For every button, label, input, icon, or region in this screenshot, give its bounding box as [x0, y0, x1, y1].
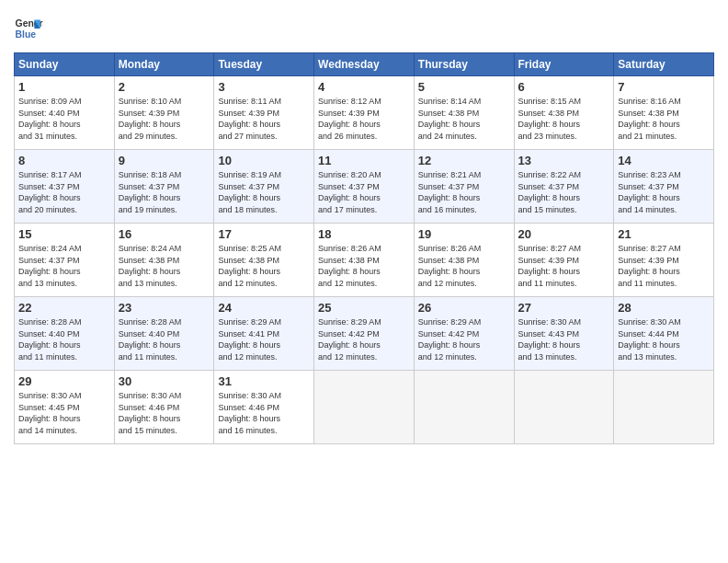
calendar-cell: 28Sunrise: 8:30 AMSunset: 4:44 PMDayligh…: [614, 297, 714, 371]
weekday-header-row: SundayMondayTuesdayWednesdayThursdayFrid…: [15, 53, 714, 76]
calendar-row: 29Sunrise: 8:30 AMSunset: 4:45 PMDayligh…: [15, 371, 714, 444]
svg-text:Blue: Blue: [16, 29, 37, 40]
calendar-cell: 4Sunrise: 8:12 AMSunset: 4:39 PMDaylight…: [314, 76, 415, 150]
calendar-cell: 27Sunrise: 8:30 AMSunset: 4:43 PMDayligh…: [514, 297, 614, 371]
calendar-cell: 1Sunrise: 8:09 AMSunset: 4:40 PMDaylight…: [15, 76, 115, 150]
calendar-row: 8Sunrise: 8:17 AMSunset: 4:37 PMDaylight…: [15, 150, 714, 224]
calendar-cell: [414, 371, 514, 444]
calendar-cell: 11Sunrise: 8:20 AMSunset: 4:37 PMDayligh…: [314, 150, 415, 224]
calendar-cell: 2Sunrise: 8:10 AMSunset: 4:39 PMDaylight…: [114, 76, 214, 150]
calendar-cell: [614, 371, 714, 444]
calendar-row: 1Sunrise: 8:09 AMSunset: 4:40 PMDaylight…: [15, 76, 714, 150]
calendar-cell: 8Sunrise: 8:17 AMSunset: 4:37 PMDaylight…: [15, 150, 115, 224]
calendar-cell: 5Sunrise: 8:14 AMSunset: 4:38 PMDaylight…: [414, 76, 514, 150]
calendar-cell: 21Sunrise: 8:27 AMSunset: 4:39 PMDayligh…: [614, 224, 714, 297]
weekday-header: Thursday: [414, 53, 514, 76]
calendar-cell: [514, 371, 614, 444]
weekday-header: Wednesday: [314, 53, 415, 76]
calendar-cell: 19Sunrise: 8:26 AMSunset: 4:38 PMDayligh…: [414, 224, 514, 297]
calendar-cell: 25Sunrise: 8:29 AMSunset: 4:42 PMDayligh…: [314, 297, 415, 371]
calendar-cell: 14Sunrise: 8:23 AMSunset: 4:37 PMDayligh…: [614, 150, 714, 224]
calendar-cell: 18Sunrise: 8:26 AMSunset: 4:38 PMDayligh…: [314, 224, 415, 297]
calendar-body: 1Sunrise: 8:09 AMSunset: 4:40 PMDaylight…: [15, 76, 714, 444]
page-header: General Blue: [14, 14, 714, 43]
calendar-table: SundayMondayTuesdayWednesdayThursdayFrid…: [14, 52, 714, 444]
calendar-cell: 10Sunrise: 8:19 AMSunset: 4:37 PMDayligh…: [214, 150, 314, 224]
calendar-row: 15Sunrise: 8:24 AMSunset: 4:37 PMDayligh…: [15, 224, 714, 297]
calendar-cell: 13Sunrise: 8:22 AMSunset: 4:37 PMDayligh…: [514, 150, 614, 224]
calendar-cell: 24Sunrise: 8:29 AMSunset: 4:41 PMDayligh…: [214, 297, 314, 371]
calendar-cell: 6Sunrise: 8:15 AMSunset: 4:38 PMDaylight…: [514, 76, 614, 150]
calendar-cell: 30Sunrise: 8:30 AMSunset: 4:46 PMDayligh…: [114, 371, 214, 444]
weekday-header: Monday: [114, 53, 214, 76]
weekday-header: Sunday: [15, 53, 115, 76]
calendar-cell: 26Sunrise: 8:29 AMSunset: 4:42 PMDayligh…: [414, 297, 514, 371]
logo: General Blue: [14, 14, 43, 43]
calendar-cell: 3Sunrise: 8:11 AMSunset: 4:39 PMDaylight…: [214, 76, 314, 150]
calendar-cell: 31Sunrise: 8:30 AMSunset: 4:46 PMDayligh…: [214, 371, 314, 444]
calendar-cell: [314, 371, 415, 444]
calendar-cell: 29Sunrise: 8:30 AMSunset: 4:45 PMDayligh…: [15, 371, 115, 444]
calendar-cell: 16Sunrise: 8:24 AMSunset: 4:38 PMDayligh…: [114, 224, 214, 297]
weekday-header: Tuesday: [214, 53, 314, 76]
calendar-cell: 22Sunrise: 8:28 AMSunset: 4:40 PMDayligh…: [15, 297, 115, 371]
calendar-cell: 12Sunrise: 8:21 AMSunset: 4:37 PMDayligh…: [414, 150, 514, 224]
weekday-header: Saturday: [614, 53, 714, 76]
calendar-cell: 23Sunrise: 8:28 AMSunset: 4:40 PMDayligh…: [114, 297, 214, 371]
weekday-header: Friday: [514, 53, 614, 76]
calendar-cell: 9Sunrise: 8:18 AMSunset: 4:37 PMDaylight…: [114, 150, 214, 224]
calendar-cell: 15Sunrise: 8:24 AMSunset: 4:37 PMDayligh…: [15, 224, 115, 297]
logo-icon: General Blue: [14, 14, 43, 43]
calendar-row: 22Sunrise: 8:28 AMSunset: 4:40 PMDayligh…: [15, 297, 714, 371]
calendar-cell: 7Sunrise: 8:16 AMSunset: 4:38 PMDaylight…: [614, 76, 714, 150]
calendar-cell: 20Sunrise: 8:27 AMSunset: 4:39 PMDayligh…: [514, 224, 614, 297]
calendar-cell: 17Sunrise: 8:25 AMSunset: 4:38 PMDayligh…: [214, 224, 314, 297]
